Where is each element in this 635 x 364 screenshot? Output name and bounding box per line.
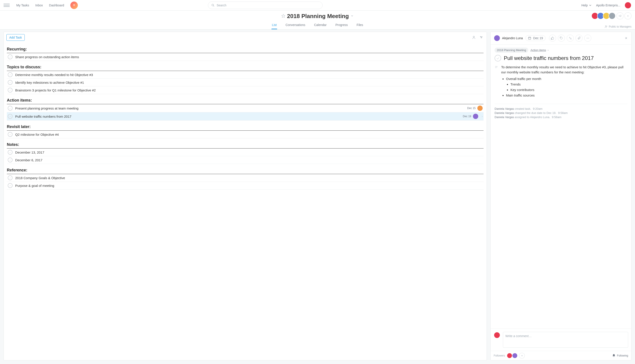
svg-point-4 bbox=[606, 26, 607, 26]
task-detail-pane: Alejandro Luna Dec 19 × 2018 Planning Me… bbox=[490, 32, 631, 360]
add-follower-button[interactable]: + bbox=[519, 353, 525, 358]
task-due: Dec 15 bbox=[467, 107, 476, 110]
task-complete-check[interactable] bbox=[8, 54, 13, 59]
section-header[interactable]: Recurring: bbox=[7, 45, 483, 53]
bell-icon bbox=[612, 354, 615, 358]
members-overflow[interactable]: +2 bbox=[616, 12, 623, 20]
help-menu[interactable]: Help bbox=[581, 4, 592, 7]
global-search[interactable]: Search bbox=[208, 2, 323, 9]
assignee-picker[interactable]: Alejandro Luna bbox=[494, 35, 523, 42]
activity-entry: Daniela Vargas created task.9:20am bbox=[494, 107, 627, 110]
close-detail-icon[interactable]: × bbox=[624, 35, 628, 42]
due-date-picker[interactable]: Dec 19 bbox=[525, 35, 545, 41]
detail-header: Alejandro Luna Dec 19 × bbox=[491, 32, 631, 44]
tab-files[interactable]: Files bbox=[356, 21, 364, 29]
follower-avatar[interactable] bbox=[512, 353, 518, 358]
task-row[interactable]: 2018 Company Goals & Objective bbox=[7, 174, 483, 182]
tab-conversations[interactable]: Conversations bbox=[285, 21, 306, 29]
project-title[interactable]: 2018 Planning Meeting bbox=[287, 13, 349, 20]
svg-point-16 bbox=[560, 37, 561, 38]
more-icon[interactable] bbox=[584, 34, 591, 42]
section-header[interactable]: Revisit later: bbox=[7, 122, 483, 131]
task-complete-check[interactable] bbox=[8, 183, 13, 188]
tag-icon[interactable] bbox=[558, 34, 565, 42]
attachment-icon[interactable] bbox=[575, 34, 582, 42]
task-complete-check[interactable] bbox=[8, 158, 13, 162]
menu-toggle-icon[interactable] bbox=[4, 2, 10, 8]
add-task-button[interactable]: Add Task bbox=[7, 34, 25, 41]
project-actions-caret[interactable] bbox=[351, 14, 354, 18]
crumb-project[interactable]: 2018 Planning Meeting bbox=[494, 48, 528, 53]
task-complete-check[interactable] bbox=[8, 176, 13, 180]
svg-point-3 bbox=[605, 26, 606, 26]
task-complete-check[interactable] bbox=[8, 132, 13, 137]
task-assignee-avatar[interactable] bbox=[477, 106, 483, 111]
follower-avatar[interactable] bbox=[507, 353, 512, 358]
workspace-menu[interactable]: Apollo Enterpris... bbox=[596, 4, 620, 7]
project-privacy[interactable]: Public to Managers bbox=[604, 25, 631, 28]
task-title: Present planning progress at team meetin… bbox=[15, 106, 465, 110]
nav-inbox[interactable]: Inbox bbox=[33, 2, 45, 8]
task-row[interactable]: Present planning progress at team meetin… bbox=[7, 104, 483, 112]
list-toolbar: Add Task bbox=[4, 32, 487, 43]
add-member-button[interactable]: + bbox=[624, 12, 631, 20]
quick-add-button[interactable]: + bbox=[70, 2, 78, 9]
member-avatar[interactable] bbox=[608, 12, 615, 20]
assignee-avatar bbox=[494, 35, 500, 42]
crumb-section[interactable]: Action items bbox=[530, 48, 549, 52]
task-row[interactable]: Pull website traffic numbers from 2017De… bbox=[7, 112, 483, 120]
assignee-filter-icon[interactable] bbox=[471, 35, 476, 40]
tab-calendar[interactable]: Calendar bbox=[314, 21, 327, 29]
subtask-icon[interactable] bbox=[567, 34, 574, 42]
task-description[interactable]: To determine the monthly results we need… bbox=[494, 64, 627, 98]
task-complete-check[interactable] bbox=[8, 114, 13, 119]
chevron-right-icon: › bbox=[481, 115, 483, 118]
section-header[interactable]: Reference: bbox=[7, 166, 483, 174]
project-tabs: List Conversations Calendar Progress Fil… bbox=[4, 21, 631, 29]
task-row[interactable]: Determine monthly results needed to hit … bbox=[7, 71, 483, 79]
nav-my-tasks[interactable]: My Tasks bbox=[14, 2, 31, 8]
like-icon[interactable] bbox=[549, 34, 556, 42]
current-user-avatar[interactable] bbox=[624, 2, 631, 9]
crumb-section-label: Action items bbox=[530, 48, 546, 52]
task-complete-check[interactable] bbox=[494, 55, 501, 62]
task-complete-check[interactable] bbox=[8, 106, 13, 110]
task-row[interactable]: Identify key milestones to achieve Objec… bbox=[7, 79, 483, 86]
star-icon[interactable] bbox=[281, 14, 285, 18]
task-title[interactable]: Pull website traffic numbers from 2017 bbox=[504, 55, 594, 61]
section-header[interactable]: Notes: bbox=[7, 140, 483, 148]
filter-icon[interactable] bbox=[479, 35, 484, 40]
section-header[interactable]: Topics to discuss: bbox=[7, 62, 483, 71]
project-header: 2018 Planning Meeting +2 + List Conversa… bbox=[0, 10, 635, 30]
task-title: Share progress on outstanding action ite… bbox=[15, 55, 483, 59]
task-row[interactable]: Q2 milestone for Objective #4 bbox=[7, 131, 483, 138]
detail-body: 2018 Planning Meeting Action items Pull … bbox=[491, 44, 631, 328]
task-row[interactable]: Share progress on outstanding action ite… bbox=[7, 53, 483, 61]
task-complete-check[interactable] bbox=[8, 72, 13, 77]
task-title: 2018 Company Goals & Objective bbox=[15, 176, 483, 180]
help-label: Help bbox=[581, 4, 588, 7]
task-assignee-avatar[interactable] bbox=[473, 114, 478, 119]
section-header[interactable]: Action items: bbox=[7, 96, 483, 104]
task-row[interactable]: December 6, 2017 bbox=[7, 156, 483, 164]
task-row[interactable]: December 13, 2017 bbox=[7, 148, 483, 156]
task-complete-check[interactable] bbox=[8, 88, 13, 92]
task-row[interactable]: Purpose & goal of meeting bbox=[7, 182, 483, 190]
activity-entry: Daniela Vargas changed the due date to D… bbox=[494, 111, 627, 114]
task-complete-check[interactable] bbox=[8, 80, 13, 85]
task-title: Purpose & goal of meeting bbox=[15, 184, 483, 188]
task-row[interactable]: Brainstorm 3 projects for Q1 milestone f… bbox=[7, 86, 483, 94]
due-date-value: Dec 19 bbox=[533, 36, 543, 40]
comment-input[interactable]: Write a comment… bbox=[503, 332, 628, 348]
svg-rect-11 bbox=[528, 37, 531, 40]
nav-dashboard[interactable]: Dashboard bbox=[47, 2, 66, 8]
task-complete-check[interactable] bbox=[8, 150, 13, 155]
task-title: Identify key milestones to achieve Objec… bbox=[15, 81, 483, 84]
follow-toggle[interactable]: Following bbox=[612, 354, 628, 358]
task-breadcrumbs: 2018 Planning Meeting Action items bbox=[494, 48, 627, 53]
description-bullet: Overall traffic per month bbox=[506, 76, 627, 81]
tab-progress[interactable]: Progress bbox=[335, 21, 348, 29]
tab-list[interactable]: List bbox=[271, 21, 277, 29]
project-members: +2 + bbox=[593, 12, 631, 20]
description-icon bbox=[494, 64, 498, 98]
